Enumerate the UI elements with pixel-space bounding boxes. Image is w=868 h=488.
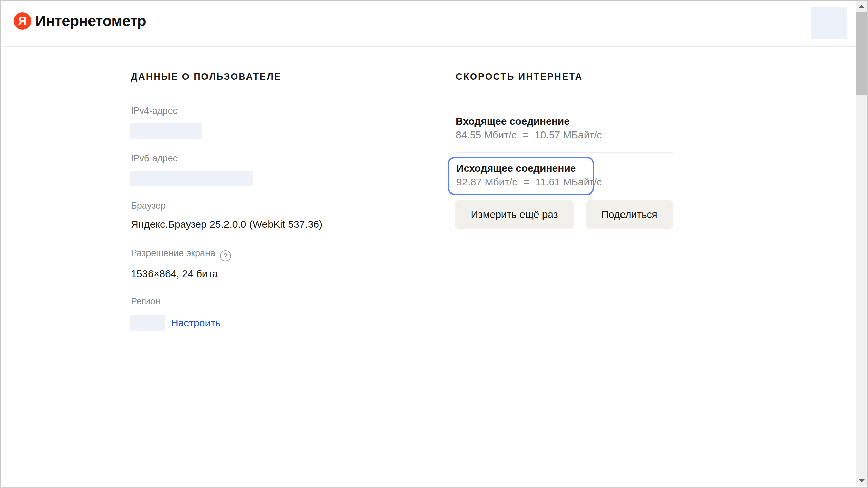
outgoing-connection-label: Исходящее соединение [456,162,593,175]
incoming-mbyte-value: 10.57 МБайт/с [535,129,602,140]
scrollbar-thumb[interactable] [856,12,867,95]
user-data-section-title: ДАННЫЕ О ПОЛЬЗОВАТЕЛЕ [131,70,281,83]
scroll-up-icon [858,5,865,8]
scrollbar-track[interactable] [856,1,867,486]
page-title: Интернетометр [35,13,146,29]
resolution-label: Разрешение экрана [131,248,215,258]
scroll-up-button[interactable] [856,1,867,12]
ipv6-label: IPv6-адрес [131,152,177,165]
incoming-connection-label: Входящее соединение [456,115,570,128]
region-row: Настроить [130,315,221,331]
browser-label: Браузер [131,199,166,212]
outgoing-connection-card: Исходящее соединение 92.87 Мбит/с=11.61 … [448,157,594,195]
region-settings-link[interactable]: Настроить [171,316,221,330]
user-avatar-placeholder[interactable] [811,7,847,39]
page: Я Интернетометр ДАННЫЕ О ПОЛЬЗОВАТЕЛЕ IP… [0,0,868,488]
measure-again-button[interactable]: Измерить ещё раз [455,200,574,229]
incoming-mbit-value: 84.55 Мбит/с [456,129,516,140]
resolution-value: 1536×864, 24 бита [131,267,218,281]
outgoing-mbyte-value: 11.61 МБайт/с [535,176,602,187]
equals-sign: = [522,129,529,140]
ipv4-value-redacted [130,123,202,139]
ipv6-value-redacted [130,171,253,186]
outgoing-mbit-value: 92.87 Мбит/с [456,176,517,187]
browser-value: Яндекс.Браузер 25.2.0.0 (WebKit 537.36) [131,218,322,231]
ipv4-label: IPv4-адрес [131,104,177,117]
header: Я Интернетометр [1,1,856,47]
help-question-icon[interactable]: ? [220,250,231,261]
outgoing-connection-values: 92.87 Мбит/с=11.61 МБайт/с [456,175,593,189]
help-question-glyph: ? [223,252,228,259]
speed-section-title: СКОРОСТЬ ИНТЕРНЕТА [456,70,583,83]
scroll-down-button[interactable] [856,475,867,486]
region-label: Регион [131,295,160,308]
yandex-logo-icon: Я [14,12,31,30]
region-value-redacted [130,315,165,331]
share-button[interactable]: Поделиться [586,200,673,229]
resolution-label-row: Разрешение экрана? [131,247,231,261]
scroll-down-icon [858,479,865,482]
incoming-connection-values: 84.55 Мбит/с=10.57 МБайт/с [456,128,602,142]
equals-sign: = [523,176,529,187]
logo-letter: Я [18,15,26,26]
yandex-logo[interactable]: Я Интернетометр [14,12,146,30]
section-divider [456,152,673,153]
